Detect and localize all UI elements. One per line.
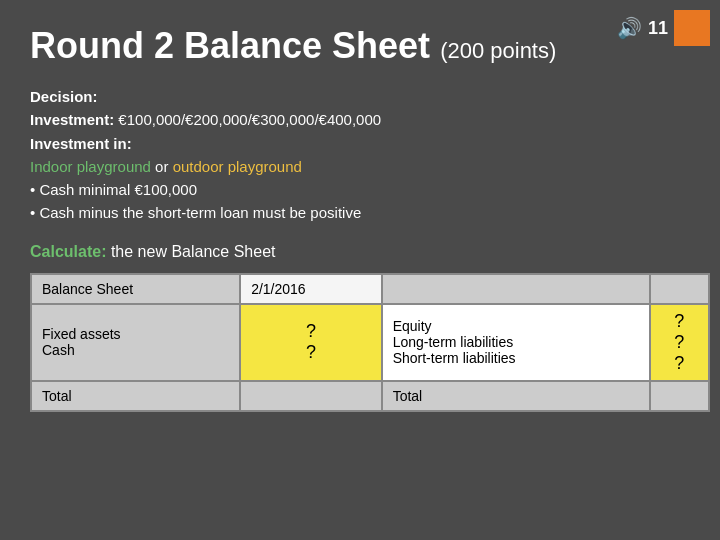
assets-values: ? ? <box>240 304 382 381</box>
cash-text: Cash <box>42 342 75 358</box>
longterm-value: ? <box>674 332 684 352</box>
outdoor-playground-text: outdoor playground <box>173 158 302 175</box>
decision-line1: Decision: <box>30 85 690 108</box>
speaker-icon: 🔊 <box>617 16 642 40</box>
total-left-label: Total <box>31 381 240 411</box>
liabilities-label: Equity Long-term liabilities Short-term … <box>382 304 650 381</box>
fixed-assets-value: ? <box>306 321 316 341</box>
title-text: Round 2 Balance Sheet <box>30 25 430 66</box>
points-text: (200 points) <box>440 38 556 63</box>
header-col1: Balance Sheet <box>31 274 240 304</box>
calculate-label: Calculate: <box>30 243 106 260</box>
cash-value: ? <box>306 342 316 362</box>
slide-number: 11 <box>648 18 668 39</box>
bullet1-line: • Cash minimal €100,000 <box>30 178 690 201</box>
equity-value: ? <box>674 311 684 331</box>
header-col4 <box>650 274 709 304</box>
equity-text: Equity <box>393 318 432 334</box>
shortterm-value: ? <box>674 353 684 373</box>
header-col3 <box>382 274 650 304</box>
table-data-row: Fixed assets Cash ? ? Equity Long-term l… <box>31 304 709 381</box>
main-container: 🔊 11 Round 2 Balance Sheet (200 points) … <box>0 0 720 540</box>
shortterm-liabilities-text: Short-term liabilities <box>393 350 516 366</box>
table-header-row: Balance Sheet 2/1/2016 <box>31 274 709 304</box>
top-right-area: 🔊 11 <box>617 10 710 46</box>
total-left-value <box>240 381 382 411</box>
total-right-label: Total <box>382 381 650 411</box>
header-col2: 2/1/2016 <box>240 274 382 304</box>
calculate-line: Calculate: the new Balance Sheet <box>30 243 690 261</box>
liabilities-values: ? ? ? <box>650 304 709 381</box>
total-right-value <box>650 381 709 411</box>
decision-label: Decision: <box>30 88 98 105</box>
investment-in-label: Investment in: <box>30 135 132 152</box>
table-total-row: Total Total <box>31 381 709 411</box>
investment-label: Investment: <box>30 111 114 128</box>
investment-values: €100,000/€200,000/€300,000/€400,000 <box>118 111 381 128</box>
decision-line4: Indoor playground or outdoor playground <box>30 155 690 178</box>
decision-line2: Investment: €100,000/€200,000/€300,000/€… <box>30 108 690 131</box>
longterm-liabilities-text: Long-term liabilities <box>393 334 514 350</box>
page-title: Round 2 Balance Sheet (200 points) <box>30 25 690 67</box>
orange-square-decoration <box>674 10 710 46</box>
decision-line3: Investment in: <box>30 132 690 155</box>
balance-sheet-table: Balance Sheet 2/1/2016 Fixed assets Cash… <box>30 273 710 412</box>
indoor-playground-text: Indoor playground <box>30 158 151 175</box>
decision-block: Decision: Investment: €100,000/€200,000/… <box>30 85 690 225</box>
bullet2-line: • Cash minus the short-term loan must be… <box>30 201 690 224</box>
assets-label: Fixed assets Cash <box>31 304 240 381</box>
calculate-text: the new Balance Sheet <box>111 243 276 260</box>
fixed-assets-text: Fixed assets <box>42 326 121 342</box>
or-text: or <box>155 158 173 175</box>
